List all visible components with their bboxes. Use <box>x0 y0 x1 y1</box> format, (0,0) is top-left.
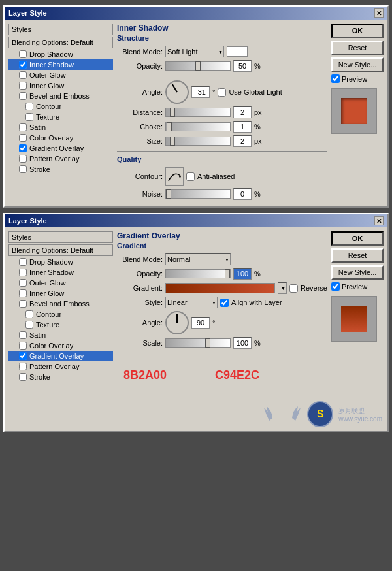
bevel-label2[interactable]: Bevel and Emboss <box>29 300 90 308</box>
scale-slider2[interactable] <box>165 338 231 348</box>
reset-button2[interactable]: Reset <box>331 248 384 263</box>
color-overlay-check1[interactable] <box>19 134 27 142</box>
global-light-check1[interactable] <box>218 88 226 97</box>
inner-glow-label1[interactable]: Inner Glow <box>29 82 64 90</box>
color-overlay-label1[interactable]: Color Overlay <box>29 134 73 142</box>
texture-check2[interactable] <box>25 321 33 329</box>
blend-mode-select2[interactable]: Normal <box>165 253 231 265</box>
outer-glow-label2[interactable]: Outer Glow <box>29 279 66 287</box>
contour-check2[interactable] <box>25 310 33 318</box>
style-color-overlay2[interactable]: Color Overlay <box>8 340 113 351</box>
color-overlay-label2[interactable]: Color Overlay <box>29 342 73 350</box>
contour-select-wrapper1[interactable] <box>165 167 184 186</box>
style-bevel2[interactable]: Bevel and Emboss <box>8 299 113 309</box>
style-outer-glow2[interactable]: Outer Glow <box>8 278 113 288</box>
style-inner-glow2[interactable]: Inner Glow <box>8 288 113 299</box>
blend-mode-select1[interactable]: Soft Light <box>165 46 224 57</box>
choke-input1[interactable] <box>233 121 252 133</box>
ok-button1[interactable]: OK <box>331 24 384 38</box>
angle-dial2[interactable] <box>165 311 189 334</box>
stroke-label2[interactable]: Stroke <box>29 373 50 381</box>
preview-check1[interactable] <box>331 74 340 83</box>
blend-mode-wrapper2[interactable]: Normal <box>165 253 231 265</box>
gradient-overlay-label2[interactable]: Gradient Overlay <box>29 352 84 360</box>
style-texture2[interactable]: Texture <box>8 319 113 330</box>
gradient-bar2[interactable] <box>165 283 275 293</box>
drop-shadow-label2[interactable]: Drop Shadow <box>29 258 73 266</box>
style-drop-shadow1[interactable]: Drop Shadow <box>8 49 113 59</box>
size-input1[interactable] <box>233 135 252 147</box>
distance-slider1[interactable] <box>165 108 231 117</box>
opacity-input1[interactable] <box>233 60 252 72</box>
reverse-check2[interactable] <box>289 284 298 293</box>
inner-glow-label2[interactable]: Inner Glow <box>29 289 64 297</box>
texture-check1[interactable] <box>25 113 33 121</box>
style-satin1[interactable]: Satin <box>8 122 113 133</box>
size-slider1[interactable] <box>165 137 231 146</box>
gradient-dropdown2[interactable] <box>278 282 287 294</box>
ok-button2[interactable]: OK <box>331 231 384 246</box>
pattern-overlay-check1[interactable] <box>19 155 27 163</box>
bevel-label1[interactable]: Bevel and Emboss <box>29 92 90 100</box>
style-pattern-overlay1[interactable]: Pattern Overlay <box>8 154 113 164</box>
opacity-slider1[interactable] <box>165 61 231 71</box>
angle-input2[interactable] <box>191 317 210 329</box>
style-contour2[interactable]: Contour <box>8 309 113 319</box>
new-style-button2[interactable]: New Style... <box>331 265 384 280</box>
style-contour1[interactable]: Contour <box>8 101 113 112</box>
gradient-overlay-check1[interactable] <box>19 144 27 152</box>
outer-glow-check1[interactable] <box>19 71 27 79</box>
angle-input1[interactable] <box>191 86 210 98</box>
style-pattern-overlay2[interactable]: Pattern Overlay <box>8 361 113 372</box>
align-layer-check2[interactable] <box>220 299 229 307</box>
style-satin2[interactable]: Satin <box>8 330 113 340</box>
stroke-label1[interactable]: Stroke <box>29 165 50 173</box>
angle-dial1[interactable] <box>165 80 189 104</box>
gradient-overlay-check2[interactable] <box>19 352 27 360</box>
inner-shadow-label2[interactable]: Inner Shadow <box>29 269 74 276</box>
contour-label2[interactable]: Contour <box>36 310 61 318</box>
inner-shadow-check2[interactable] <box>19 269 27 276</box>
new-style-button1[interactable]: New Style... <box>331 57 384 72</box>
outer-glow-check2[interactable] <box>19 279 27 287</box>
inner-shadow-label1[interactable]: Inner Shadow <box>29 61 74 69</box>
noise-slider1[interactable] <box>165 189 231 199</box>
opacity-slider2[interactable] <box>165 269 231 278</box>
style-color-overlay1[interactable]: Color Overlay <box>8 133 113 143</box>
style-inner-shadow2[interactable]: Inner Shadow <box>8 267 113 278</box>
style-stroke1[interactable]: Stroke <box>8 164 113 174</box>
blend-color-swatch1[interactable] <box>227 46 248 57</box>
drop-shadow-label1[interactable]: Drop Shadow <box>29 50 73 58</box>
color-overlay-check2[interactable] <box>19 342 27 350</box>
pattern-overlay-label2[interactable]: Pattern Overlay <box>29 363 79 370</box>
preview-check2[interactable] <box>331 282 340 291</box>
style-inner-glow1[interactable]: Inner Glow <box>8 80 113 91</box>
scale-input2[interactable] <box>233 337 252 349</box>
satin-label1[interactable]: Satin <box>29 123 46 131</box>
gradient-select2[interactable] <box>278 282 287 294</box>
bevel-check2[interactable] <box>19 300 27 308</box>
gradient-overlay-label1[interactable]: Gradient Overlay <box>29 144 84 152</box>
contour-preview1[interactable] <box>165 167 184 186</box>
style-select-wrapper2[interactable]: Linear <box>165 297 218 308</box>
style-texture1[interactable]: Texture <box>8 112 113 122</box>
close-button1[interactable]: ✕ <box>374 8 384 18</box>
stroke-check1[interactable] <box>19 165 27 173</box>
bevel-check1[interactable] <box>19 92 27 100</box>
style-drop-shadow2[interactable]: Drop Shadow <box>8 257 113 267</box>
style-stroke2[interactable]: Stroke <box>8 372 113 382</box>
satin-check1[interactable] <box>19 123 27 131</box>
noise-input1[interactable] <box>233 188 252 200</box>
choke-slider1[interactable] <box>165 122 231 131</box>
texture-label1[interactable]: Texture <box>36 113 59 121</box>
inner-glow-check2[interactable] <box>19 289 27 297</box>
pattern-overlay-check2[interactable] <box>19 363 27 370</box>
satin-check2[interactable] <box>19 331 27 339</box>
style-bevel1[interactable]: Bevel and Emboss <box>8 91 113 101</box>
style-select2[interactable]: Linear <box>165 297 218 308</box>
style-inner-shadow1[interactable]: Inner Shadow <box>8 59 113 70</box>
drop-shadow-check1[interactable] <box>19 50 27 58</box>
inner-shadow-check1[interactable] <box>19 61 27 69</box>
satin-label2[interactable]: Satin <box>29 331 46 339</box>
blend-mode-wrapper1[interactable]: Soft Light <box>165 46 224 57</box>
